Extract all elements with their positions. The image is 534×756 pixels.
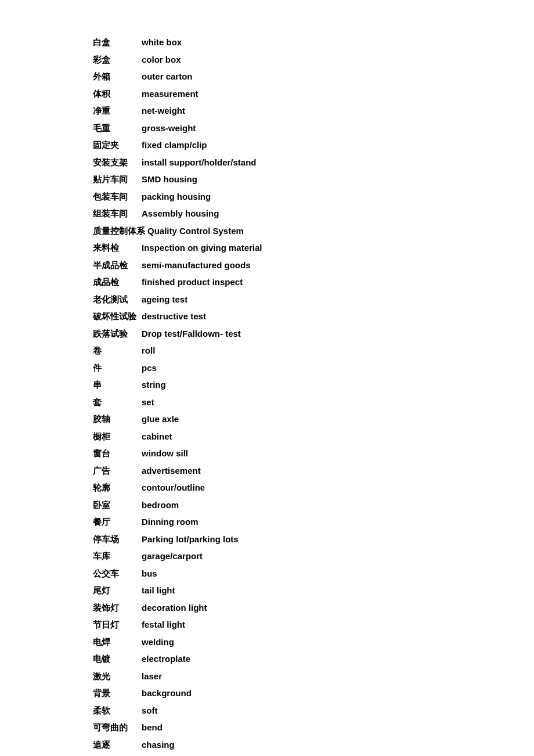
chinese-text: 电镀 — [93, 651, 139, 667]
english-text: SMD housing — [142, 172, 197, 187]
chinese-text: 安装支架 — [93, 155, 139, 170]
list-item: 柔软soft — [93, 703, 534, 718]
chinese-text: 固定夹 — [93, 138, 139, 153]
list-item: 停车场Parking lot/parking lots — [93, 532, 534, 547]
chinese-text: 卷 — [93, 343, 139, 358]
list-item: 可弯曲的bend — [93, 720, 534, 735]
english-text: welding — [142, 635, 174, 650]
list-item: 背景background — [93, 686, 534, 701]
list-item: 组装车间Assembly housing — [93, 206, 534, 221]
list-item: 套set — [93, 395, 534, 410]
chinese-text: 破坏性试验 — [93, 309, 139, 324]
english-text: advertisement — [142, 463, 201, 478]
chinese-text: 装饰灯 — [93, 600, 139, 615]
chinese-text: 件 — [93, 361, 139, 376]
list-item: 电镀electroplate — [93, 651, 534, 667]
english-text: tail light — [142, 583, 175, 598]
english-text: laser — [142, 669, 162, 684]
chinese-text: 成品检 — [93, 275, 139, 290]
english-text: background — [142, 686, 192, 701]
english-text: fixed clamp/clip — [142, 138, 207, 153]
chinese-text: 串 — [93, 377, 139, 393]
english-text: festal light — [142, 617, 185, 632]
chinese-text: 来料检 — [93, 240, 139, 255]
english-text: set — [142, 395, 154, 410]
english-text: ageing test — [142, 292, 187, 307]
english-text: glue axle — [142, 412, 179, 427]
list-item: 胶轴glue axle — [93, 412, 534, 427]
chinese-text: 体积 — [93, 87, 139, 102]
english-text: pcs — [142, 361, 157, 376]
chinese-text: 老化测试 — [93, 292, 139, 307]
english-text: gross-weight — [142, 121, 196, 136]
list-item: 节日灯festal light — [93, 617, 534, 632]
chinese-text: 跌落试验 — [93, 326, 139, 341]
english-text: soft — [142, 703, 158, 718]
list-item: 质量控制体系Quality Control System — [93, 224, 534, 239]
chinese-text: 白盒 — [93, 35, 139, 50]
english-text: window sill — [142, 446, 188, 461]
chinese-text: 包装车间 — [93, 189, 139, 204]
list-item: 件pcs — [93, 361, 534, 376]
list-item: 外箱outer carton — [93, 69, 534, 84]
list-item: 毛重gross-weight — [93, 121, 534, 136]
list-item: 破坏性试验destructive test — [93, 309, 534, 324]
list-item: 卷roll — [93, 343, 534, 358]
english-text: chasing — [142, 737, 175, 753]
chinese-text: 电焊 — [93, 635, 139, 650]
list-item: 安装支架install support/holder/stand — [93, 155, 534, 170]
list-item: 固定夹fixed clamp/clip — [93, 138, 534, 153]
list-item: 广告advertisement — [93, 463, 534, 478]
chinese-text: 卧室 — [93, 498, 139, 513]
chinese-text: 可弯曲的 — [93, 720, 139, 735]
english-text: destructive test — [142, 309, 206, 324]
english-text: garage/carport — [142, 549, 203, 564]
list-item: 老化测试ageing test — [93, 292, 534, 307]
english-text: bus — [142, 566, 157, 581]
english-text: net-weight — [142, 103, 185, 118]
chinese-text: 橱柜 — [93, 429, 139, 444]
chinese-text: 净重 — [93, 103, 139, 118]
english-text: semi-manufactured goods — [142, 258, 251, 273]
english-text: decoration light — [142, 600, 207, 615]
chinese-text: 彩盒 — [93, 52, 139, 67]
chinese-text: 追逐 — [93, 737, 139, 753]
chinese-text: 车库 — [93, 549, 139, 564]
english-text: roll — [142, 343, 155, 358]
english-text: contour/outline — [142, 480, 205, 495]
chinese-text: 贴片车间 — [93, 172, 139, 187]
chinese-text: 外箱 — [93, 69, 139, 84]
english-text: electroplate — [142, 651, 190, 667]
chinese-text: 激光 — [93, 669, 139, 684]
list-item: 包装车间packing housing — [93, 189, 534, 204]
english-text: Inspection on giving material — [142, 240, 262, 255]
list-item: 电焊welding — [93, 635, 534, 650]
list-item: 公交车bus — [93, 566, 534, 581]
list-item: 餐厅Dinning room — [93, 514, 534, 530]
chinese-text: 广告 — [93, 463, 139, 478]
list-item: 装饰灯decoration light — [93, 600, 534, 615]
chinese-text: 胶轴 — [93, 412, 139, 427]
english-text: Dinning room — [142, 514, 199, 530]
chinese-text: 毛重 — [93, 121, 139, 136]
list-item: 尾灯tail light — [93, 583, 534, 598]
chinese-text: 轮廓 — [93, 480, 139, 495]
chinese-text: 背景 — [93, 686, 139, 701]
chinese-text: 质量控制体系 — [93, 224, 145, 239]
chinese-text: 窗台 — [93, 446, 139, 461]
list-item: 串string — [93, 377, 534, 393]
list-item: 半成品检semi-manufactured goods — [93, 258, 534, 273]
english-text: Drop test/Falldown- test — [142, 326, 241, 341]
english-text: bend — [142, 720, 163, 735]
english-text: cabinet — [142, 429, 172, 444]
english-text: finished product inspect — [142, 275, 243, 290]
chinese-text: 停车场 — [93, 532, 139, 547]
english-text: outer carton — [142, 69, 193, 84]
list-item: 激光laser — [93, 669, 534, 684]
chinese-text: 套 — [93, 395, 139, 410]
list-item: 净重net-weight — [93, 103, 534, 118]
chinese-text: 柔软 — [93, 703, 139, 718]
english-text: white box — [142, 35, 182, 50]
english-text: string — [142, 377, 166, 393]
english-text: packing housing — [142, 189, 211, 204]
